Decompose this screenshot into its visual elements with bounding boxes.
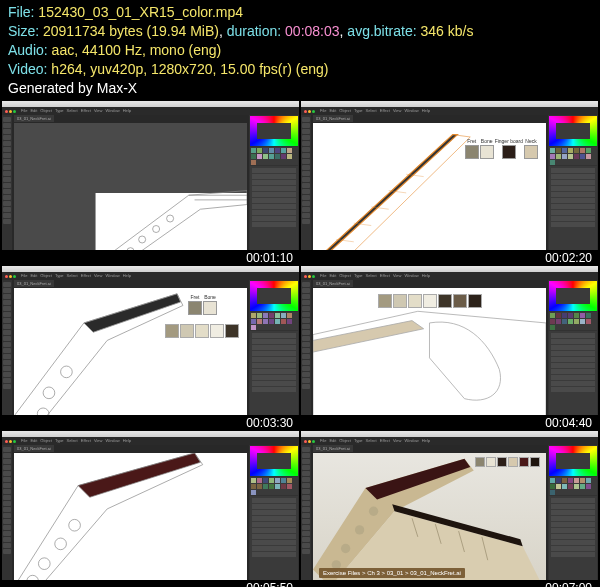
- app-menubar[interactable]: FileEditObjectTypeSelectEffectViewWindow…: [301, 272, 598, 280]
- menu-item[interactable]: Type: [354, 439, 363, 443]
- menu-item[interactable]: Help: [422, 274, 430, 278]
- menu-item[interactable]: Type: [55, 109, 64, 113]
- menu-item[interactable]: Effect: [380, 274, 390, 278]
- menu-item[interactable]: Select: [67, 109, 78, 113]
- menu-item[interactable]: Help: [123, 274, 131, 278]
- color-picker-panel[interactable]: [250, 446, 298, 476]
- menu-item[interactable]: Select: [67, 439, 78, 443]
- document-tab[interactable]: 03_01_NeckFret.ai: [313, 445, 353, 452]
- menu-item[interactable]: Edit: [329, 109, 336, 113]
- menu-item[interactable]: Type: [55, 274, 64, 278]
- menu-item[interactable]: View: [94, 274, 103, 278]
- menu-item[interactable]: Type: [354, 274, 363, 278]
- color-picker-panel[interactable]: [549, 116, 597, 146]
- menu-item[interactable]: Effect: [81, 109, 91, 113]
- app-menubar[interactable]: FileEditObjectTypeSelectEffectViewWindow…: [2, 107, 299, 115]
- canvas-area[interactable]: 03_01_NeckFret.ai: [12, 115, 249, 253]
- menu-item[interactable]: Help: [123, 109, 131, 113]
- menu-item[interactable]: Edit: [329, 439, 336, 443]
- menu-item[interactable]: Edit: [30, 439, 37, 443]
- document-tab[interactable]: 03_01_NeckFret.ai: [313, 115, 353, 122]
- canvas-area[interactable]: 03_01_NeckFret.ai Exercise Files > Ch 3 …: [311, 445, 548, 583]
- menu-item[interactable]: Object: [339, 274, 351, 278]
- menu-item[interactable]: Type: [55, 439, 64, 443]
- layers-panel[interactable]: [250, 166, 298, 252]
- menu-item[interactable]: Help: [422, 439, 430, 443]
- app-menubar[interactable]: FileEditObjectTypeSelectEffectViewWindow…: [2, 272, 299, 280]
- app-menubar[interactable]: FileEditObjectTypeSelectEffectViewWindow…: [301, 437, 598, 445]
- app-menubar[interactable]: FileEditObjectTypeSelectEffectViewWindow…: [301, 107, 598, 115]
- menu-item[interactable]: Object: [339, 109, 351, 113]
- document-tab[interactable]: 03_01_NeckFret.ai: [14, 445, 54, 452]
- menu-item[interactable]: Edit: [30, 109, 37, 113]
- document-tab[interactable]: 03_01_NeckFret.ai: [14, 115, 54, 122]
- canvas-area[interactable]: 03_01_NeckFret.ai: [12, 445, 249, 583]
- tools-panel[interactable]: [2, 280, 12, 418]
- tools-panel[interactable]: [2, 115, 12, 253]
- canvas-area[interactable]: 03_01_NeckFret.ai Fret Bone Finger board…: [311, 115, 548, 253]
- app-menubar[interactable]: FileEditObjectTypeSelectEffectViewWindow…: [2, 437, 299, 445]
- menu-item[interactable]: File: [320, 109, 326, 113]
- layers-panel[interactable]: [549, 496, 597, 582]
- video-thumbnail: FileEditObjectTypeSelectEffectViewWindow…: [2, 101, 299, 264]
- menu-item[interactable]: Window: [404, 109, 418, 113]
- menu-item[interactable]: Object: [40, 109, 52, 113]
- video-thumbnail: FileEditObjectTypeSelectEffectViewWindow…: [2, 431, 299, 587]
- layers-panel[interactable]: [250, 331, 298, 417]
- menu-item[interactable]: Help: [123, 439, 131, 443]
- menu-item[interactable]: Window: [404, 439, 418, 443]
- layers-panel[interactable]: [549, 331, 597, 417]
- swatches-panel[interactable]: [549, 312, 597, 330]
- layers-panel[interactable]: [549, 166, 597, 252]
- canvas-area[interactable]: 03_01_NeckFret.ai Fret Bone: [12, 280, 249, 418]
- tools-panel[interactable]: [301, 115, 311, 253]
- menu-item[interactable]: Object: [339, 439, 351, 443]
- menu-item[interactable]: View: [94, 109, 103, 113]
- video-thumbnail: FileEditObjectTypeSelectEffectViewWindow…: [301, 266, 598, 429]
- swatches-panel[interactable]: [250, 147, 298, 165]
- swatches-panel[interactable]: [549, 477, 597, 495]
- menu-item[interactable]: File: [21, 109, 27, 113]
- swatches-panel[interactable]: [250, 477, 298, 495]
- menu-item[interactable]: Object: [40, 274, 52, 278]
- menu-item[interactable]: Window: [105, 274, 119, 278]
- menu-item[interactable]: Effect: [81, 274, 91, 278]
- menu-item[interactable]: Select: [67, 274, 78, 278]
- menu-item[interactable]: Window: [105, 439, 119, 443]
- menu-item[interactable]: Select: [366, 109, 377, 113]
- menu-item[interactable]: Select: [366, 274, 377, 278]
- menu-item[interactable]: View: [393, 274, 402, 278]
- menu-item[interactable]: Edit: [30, 274, 37, 278]
- menu-item[interactable]: Window: [404, 274, 418, 278]
- menu-item[interactable]: File: [21, 274, 27, 278]
- color-picker-panel[interactable]: [250, 116, 298, 146]
- menu-item[interactable]: Object: [40, 439, 52, 443]
- color-picker-panel[interactable]: [250, 281, 298, 311]
- menu-item[interactable]: Help: [422, 109, 430, 113]
- tools-panel[interactable]: [2, 445, 12, 583]
- menu-item[interactable]: File: [21, 439, 27, 443]
- document-tab[interactable]: 03_01_NeckFret.ai: [14, 280, 54, 287]
- canvas-area[interactable]: 03_01_NeckFret.ai: [311, 280, 548, 418]
- tools-panel[interactable]: [301, 445, 311, 583]
- swatches-panel[interactable]: [549, 147, 597, 165]
- menu-item[interactable]: Select: [366, 439, 377, 443]
- menu-item[interactable]: View: [393, 109, 402, 113]
- menu-item[interactable]: Effect: [380, 109, 390, 113]
- tools-panel[interactable]: [301, 280, 311, 418]
- menu-item[interactable]: File: [320, 439, 326, 443]
- menu-item[interactable]: Type: [354, 109, 363, 113]
- color-picker-panel[interactable]: [549, 446, 597, 476]
- layers-panel[interactable]: [250, 496, 298, 582]
- document-tab[interactable]: 03_01_NeckFret.ai: [313, 280, 353, 287]
- menu-item[interactable]: View: [94, 439, 103, 443]
- menu-item[interactable]: File: [320, 274, 326, 278]
- menu-item[interactable]: Window: [105, 109, 119, 113]
- duration-value: 00:08:03: [285, 23, 340, 39]
- color-picker-panel[interactable]: [549, 281, 597, 311]
- menu-item[interactable]: Effect: [380, 439, 390, 443]
- menu-item[interactable]: Effect: [81, 439, 91, 443]
- menu-item[interactable]: Edit: [329, 274, 336, 278]
- swatches-panel[interactable]: [250, 312, 298, 330]
- menu-item[interactable]: View: [393, 439, 402, 443]
